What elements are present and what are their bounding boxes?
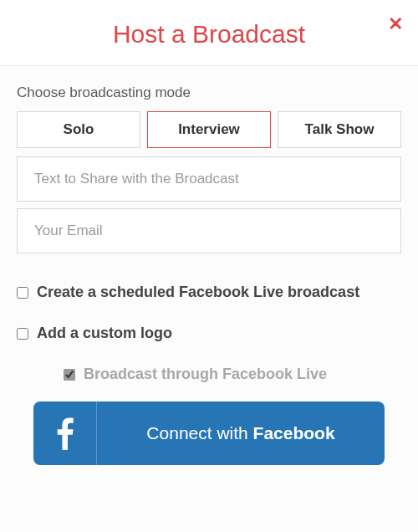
mode-interview-button[interactable]: Interview [147, 111, 271, 148]
connect-facebook-button[interactable]: Connect with Facebook [33, 402, 385, 465]
scheduled-row: Create a scheduled Facebook Live broadca… [17, 284, 401, 301]
mode-solo-button[interactable]: Solo [17, 111, 140, 148]
fb-live-row: Broadcast through Facebook Live [64, 366, 401, 383]
close-icon[interactable]: ✕ [388, 15, 403, 33]
mode-talkshow-button[interactable]: Talk Show [278, 111, 401, 148]
fb-live-checkbox[interactable] [64, 369, 75, 381]
custom-logo-checkbox[interactable] [17, 328, 28, 340]
email-input[interactable] [17, 208, 401, 253]
connect-text: Connect with Facebook [97, 423, 385, 443]
fb-live-label: Broadcast through Facebook Live [84, 366, 327, 383]
mode-row: Solo Interview Talk Show [17, 111, 401, 148]
facebook-icon [33, 402, 97, 465]
custom-logo-row: Add a custom logo [17, 325, 401, 342]
connect-prefix: Connect with [146, 423, 252, 442]
mode-label: Choose broadcasting mode [17, 84, 401, 101]
connect-brand: Facebook [253, 423, 335, 442]
modal-header: Host a Broadcast ✕ [0, 0, 418, 66]
modal-content: Choose broadcasting mode Solo Interview … [0, 66, 418, 487]
scheduled-label: Create a scheduled Facebook Live broadca… [37, 284, 359, 301]
custom-logo-label: Add a custom logo [37, 325, 172, 342]
page-title: Host a Broadcast [17, 20, 401, 49]
scheduled-checkbox[interactable] [17, 287, 28, 299]
connect-wrap: Connect with Facebook [17, 402, 401, 465]
share-text-input[interactable] [17, 156, 401, 202]
